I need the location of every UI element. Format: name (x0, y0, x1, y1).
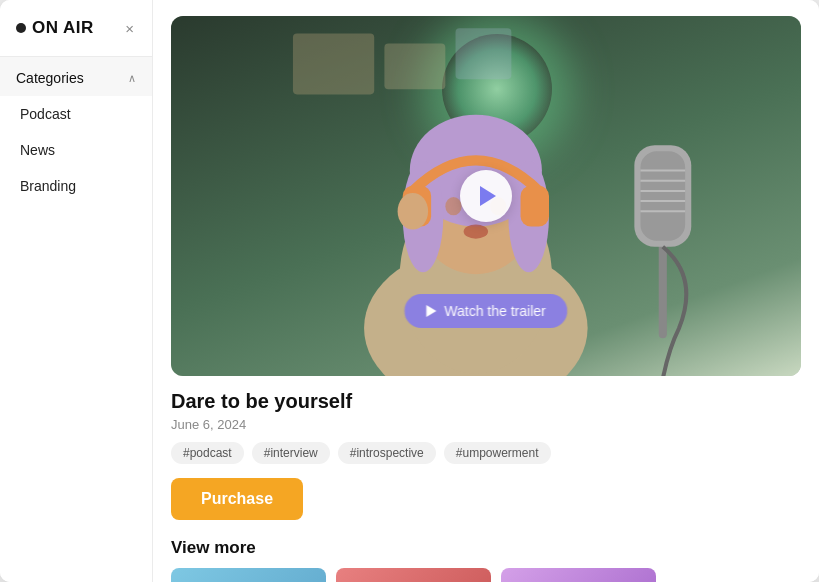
sidebar-item-news[interactable]: News (0, 132, 152, 168)
sidebar-section-categories: Categories ∧ Podcast News Branding (0, 57, 152, 204)
chevron-up-icon: ∧ (128, 72, 136, 85)
sidebar-header: ON AIR × (0, 0, 152, 57)
svg-rect-14 (521, 186, 549, 227)
sidebar-item-podcast[interactable]: Podcast (0, 96, 152, 132)
view-more-title: View more (171, 538, 801, 558)
svg-rect-1 (384, 44, 445, 90)
tag-podcast[interactable]: #podcast (171, 442, 244, 464)
hero-scene: Watch the trailer (171, 16, 801, 376)
categories-header[interactable]: Categories ∧ (0, 57, 152, 96)
app-window: ON AIR × Categories ∧ Podcast News Brand… (0, 0, 819, 582)
thumbnail-2[interactable] (336, 568, 491, 582)
svg-rect-18 (640, 151, 685, 240)
main-content: Watch the trailer Dare to be yourself Ju… (153, 0, 819, 582)
thumbnails-row (171, 568, 801, 582)
content-title: Dare to be yourself (171, 390, 801, 413)
watch-trailer-label: Watch the trailer (444, 303, 545, 319)
thumbnail-3[interactable] (501, 568, 656, 582)
sidebar: ON AIR × Categories ∧ Podcast News Brand… (0, 0, 153, 582)
hero-image: Watch the trailer (171, 16, 801, 376)
svg-point-10 (445, 197, 461, 215)
thumbnail-1[interactable] (171, 568, 326, 582)
play-button[interactable] (460, 170, 512, 222)
tag-introspective[interactable]: #introspective (338, 442, 436, 464)
tag-umpowerment[interactable]: #umpowerment (444, 442, 551, 464)
watch-trailer-button[interactable]: Watch the trailer (404, 294, 567, 328)
play-icon (480, 186, 496, 206)
tags-container: #podcast #interview #introspective #umpo… (171, 442, 801, 464)
tag-interview[interactable]: #interview (252, 442, 330, 464)
svg-rect-0 (293, 33, 374, 94)
dot-icon (16, 23, 26, 33)
svg-point-15 (398, 193, 428, 230)
svg-rect-2 (456, 28, 512, 79)
content-date: June 6, 2024 (171, 417, 801, 432)
close-button[interactable]: × (123, 20, 136, 37)
play-trailer-icon (426, 305, 436, 317)
sidebar-item-branding[interactable]: Branding (0, 168, 152, 204)
purchase-button[interactable]: Purchase (171, 478, 303, 520)
app-title: ON AIR (32, 18, 94, 38)
svg-point-12 (464, 224, 488, 238)
categories-label: Categories (16, 70, 84, 86)
